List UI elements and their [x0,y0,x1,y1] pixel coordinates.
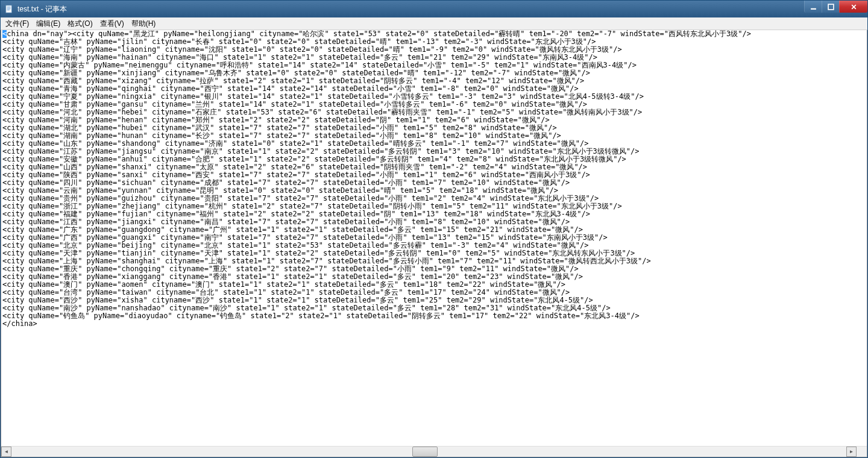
maximize-button[interactable] [822,1,839,13]
titlebar[interactable]: test.txt - 记事本 [1,1,867,17]
scroll-track[interactable] [11,447,846,457]
menu-view[interactable]: 查看(V) [96,17,128,30]
scroll-left-button[interactable]: ◄ [1,447,11,457]
window-buttons [804,1,867,13]
svg-rect-5 [811,8,816,9]
menu-format[interactable]: 格式(O) [64,17,96,30]
scroll-corner [857,447,867,457]
text-area-container: <china dn="nay"><city quName="黑龙江" pyNam… [1,30,867,457]
svg-rect-6 [828,4,834,10]
menu-edit[interactable]: 编辑(E) [33,17,64,30]
window-title: test.txt - 记事本 [17,4,67,14]
horizontal-scrollbar[interactable]: ◄ ► [1,446,867,457]
menu-file[interactable]: 文件(F) [2,17,33,30]
close-button[interactable] [839,1,867,13]
scroll-right-button[interactable]: ► [846,447,857,457]
notepad-window: test.txt - 记事本 文件(F) 编辑(E) 格式(O) 查看(V) 帮… [0,0,868,458]
text-area[interactable]: <china dn="nay"><city quName="黑龙江" pyNam… [1,30,867,328]
scroll-thumb[interactable] [412,447,438,457]
notepad-icon [4,4,14,14]
caret-selection: < [2,30,7,38]
minimize-button[interactable] [804,1,822,13]
menu-help[interactable]: 帮助(H) [128,17,160,30]
menubar: 文件(F) 编辑(E) 格式(O) 查看(V) 帮助(H) [1,17,867,30]
